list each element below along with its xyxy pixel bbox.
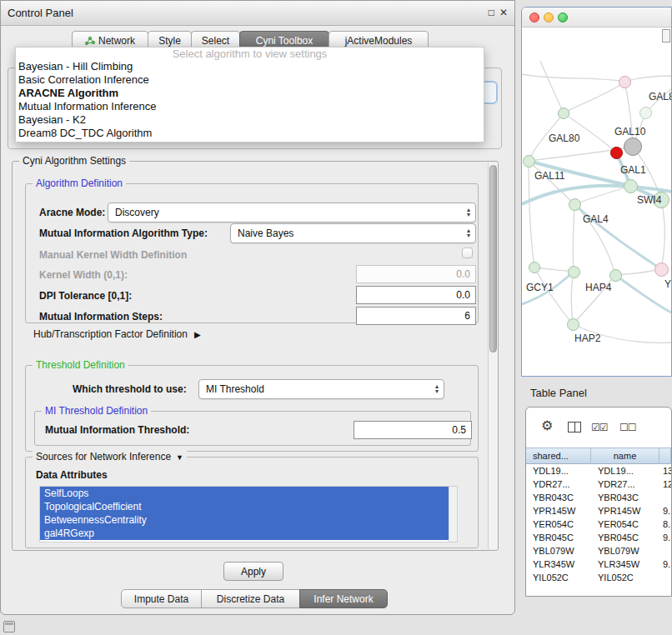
show-columns-icon[interactable] [568, 422, 581, 432]
settings-scrollbar-thumb[interactable] [489, 165, 497, 352]
manual-kernel-label: Manual Kernel Width Definition [39, 249, 187, 261]
tab-impute-data[interactable]: Impute Data [121, 589, 202, 608]
tab-label: jActiveModules [345, 35, 413, 47]
settings-scrollbar[interactable] [488, 162, 498, 549]
deselect-all-columns-icon[interactable]: ☐☐ [619, 422, 636, 433]
table-row[interactable]: YPR145W YPR145W 9. [526, 504, 671, 518]
network-node[interactable] [654, 262, 669, 277]
table-cell: 8. [659, 518, 671, 531]
network-node-label: GAL4 [583, 213, 609, 225]
network-node-label: GAL10 [614, 126, 645, 138]
network-node-label: GAL11 [534, 170, 564, 182]
dpi-tolerance-label: DPI Tolerance [0,1]: [39, 290, 132, 302]
tab-label: Select [202, 35, 229, 47]
dropdown-item[interactable]: Mutual Information Inference [16, 100, 484, 113]
aracne-mode-select[interactable]: Discovery ▴▾ [108, 202, 476, 222]
mi-threshold-input[interactable] [354, 421, 472, 439]
table-cell: YBR043C [526, 491, 591, 504]
data-attributes-label: Data Attributes [36, 469, 108, 481]
dpi-tolerance-input[interactable] [356, 286, 476, 304]
kernel-width-label: Kernel Width (0,1): [39, 269, 128, 281]
select-all-columns-icon[interactable]: ☑☑ [591, 422, 608, 433]
float-window-icon[interactable]: □ [489, 7, 494, 18]
network-node[interactable] [568, 266, 580, 278]
table-cell: YBR045C [526, 531, 591, 544]
column-header[interactable]: shared... [526, 448, 591, 465]
table-row[interactable]: YBL079W YBL079W [526, 544, 671, 558]
algorithm-definition-groupbox: Algorithm Definition Aracne Mode: Discov… [25, 183, 479, 323]
network-node[interactable] [619, 76, 631, 88]
control-panel-title: Control Panel [8, 7, 73, 19]
dropdown-item-highlighted[interactable]: ARACNE Algorithm [16, 87, 484, 100]
table-row[interactable]: YDL19... YDL19... 13 [526, 464, 671, 478]
mi-steps-input[interactable] [356, 307, 476, 325]
combo-value: MI Threshold [206, 383, 264, 395]
aracne-mode-label: Aracne Mode: [39, 207, 105, 218]
dropdown-item[interactable]: Basic Correlation Inference [16, 73, 484, 87]
table-row[interactable]: YBR045C YBR045C 9. [526, 531, 671, 544]
dropdown-item[interactable]: Bayesian - K2 [16, 113, 484, 127]
table-row[interactable]: YDR27... YDR27... 12 [526, 478, 671, 491]
tab-infer-network[interactable]: Infer Network [299, 589, 388, 608]
network-node[interactable] [529, 262, 540, 273]
gear-icon[interactable]: ⚙ [541, 418, 553, 433]
table-cell: YLR345W [591, 558, 659, 571]
list-item-selected[interactable]: TopologicalCoefficient [40, 500, 457, 513]
bottom-tabbar: Impute Data Discretize Data Infer Networ… [122, 589, 388, 608]
mi-type-label: Mutual Information Algorithm Type: [39, 228, 208, 239]
network-node[interactable] [523, 155, 535, 168]
network-node[interactable] [569, 198, 581, 211]
network-node-selected[interactable] [610, 147, 623, 159]
sources-title-toggle[interactable]: Sources for Network Inference▼ [33, 451, 187, 462]
table-row[interactable]: YLR345W YLR345W 9. [526, 558, 671, 571]
list-item-selected[interactable]: gal4RGexp [40, 527, 457, 540]
mac-zoom-button[interactable] [558, 12, 568, 22]
table-header-row: shared... name [526, 448, 671, 464]
dropdown-item[interactable]: Bayesian - Hill Climbing [16, 60, 484, 73]
network-node-label: Y [664, 278, 671, 290]
apply-button[interactable]: Apply [223, 562, 283, 581]
network-scrollbar-thumb[interactable] [662, 29, 670, 42]
network-node[interactable] [609, 269, 622, 282]
tab-label: Network [98, 35, 135, 47]
list-item-selected[interactable]: SelfLoops [40, 487, 457, 500]
list-item-selected[interactable]: BetweennessCentrality [40, 513, 457, 527]
which-threshold-select[interactable]: MI Threshold ▴▾ [198, 379, 444, 399]
combo-value: Naive Bayes [238, 228, 293, 239]
mi-threshold-groupbox: MI Threshold Definition Mutual Informati… [34, 411, 471, 446]
combo-arrows-icon: ▴▾ [430, 384, 444, 394]
table-row[interactable]: YBR043C YBR043C [526, 491, 671, 504]
network-canvas[interactable]: GAL80 GAL10 GAL11 GAL1 SWI4 GAL4 GCY1 HA… [522, 28, 671, 376]
table-row[interactable]: YIL052C YIL052C [526, 571, 671, 584]
network-node[interactable] [558, 108, 569, 119]
column-header[interactable] [659, 448, 671, 465]
close-window-icon[interactable]: ✕ [499, 7, 508, 18]
combo-value: Discovery [115, 207, 159, 218]
network-node[interactable] [567, 318, 579, 331]
network-node[interactable] [639, 107, 652, 119]
table-cell: YDL19... [591, 464, 659, 478]
mac-close-button[interactable] [529, 12, 539, 22]
tab-label: Discretize Data [217, 593, 284, 605]
network-node[interactable] [624, 179, 638, 193]
table-row[interactable]: YER054C YER054C 8. [526, 518, 671, 531]
expand-right-icon: ▶ [194, 330, 201, 339]
table-cell: YPR145W [526, 504, 591, 518]
network-node-label: HAP4 [585, 282, 611, 293]
network-node-label: GAL80 [549, 132, 579, 144]
mi-type-select[interactable]: Naive Bayes ▴▾ [230, 223, 476, 243]
network-node[interactable] [624, 138, 642, 156]
network-view-window: GAL80 GAL10 GAL11 GAL1 SWI4 GAL4 GCY1 HA… [521, 7, 672, 377]
mac-minimize-button[interactable] [544, 12, 554, 22]
list-scrollbar[interactable] [449, 487, 457, 542]
tab-discretize-data[interactable]: Discretize Data [201, 589, 300, 608]
dropdown-item[interactable]: Dream8 DC_TDC Algorithm [16, 127, 484, 140]
dropdown-placeholder: Select algorithm to view settings [16, 48, 484, 60]
column-header[interactable]: name [591, 448, 659, 465]
network-node-label: HAP2 [574, 332, 600, 344]
network-node-label: GAL8 [649, 91, 671, 102]
combo-arrows-icon: ▴▾ [462, 228, 475, 238]
hub-section-toggle[interactable]: Hub/Transcription Factor Definition▶ [33, 328, 201, 341]
minimized-panel-icon[interactable] [3, 621, 15, 632]
mi-threshold-label: Mutual Information Threshold: [45, 424, 189, 436]
